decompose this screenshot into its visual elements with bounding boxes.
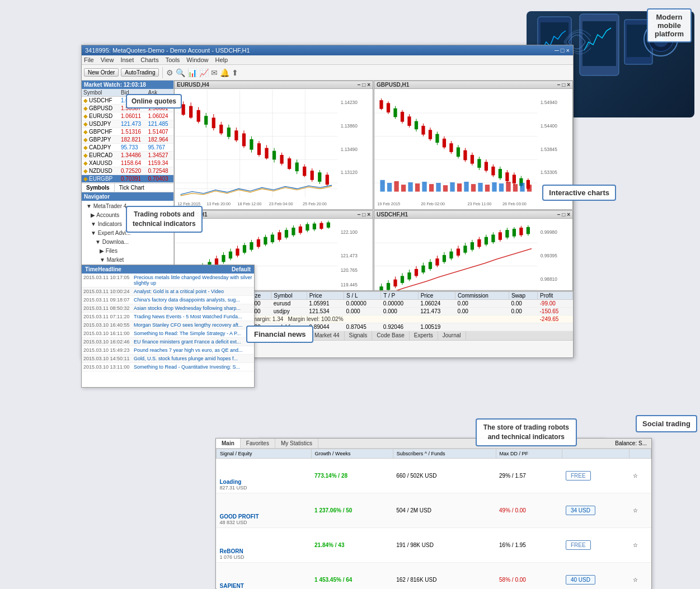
signal-subscribe-button[interactable]: FREE — [566, 471, 591, 480]
signal-star[interactable]: ☆ — [629, 459, 651, 493]
order-symbol-2: usdjpy — [271, 308, 307, 315]
signal-action[interactable]: FREE — [562, 528, 629, 563]
mw-bid: 0.72520 — [119, 167, 147, 175]
nav-files[interactable]: ▶ Files — [83, 247, 172, 256]
svg-rect-134 — [478, 183, 482, 192]
news-row[interactable]: 2015.03.11 09:18:07 China's factory data… — [82, 296, 254, 304]
signal-action[interactable]: 34 USD — [562, 493, 629, 528]
news-row[interactable]: 2015.03.10 13:11:00 Something to Read - … — [82, 363, 254, 371]
svg-text:119.445: 119.445 — [341, 282, 358, 288]
svg-rect-124 — [408, 182, 412, 192]
market-watch-row[interactable]: ◆EURUSD 1.06011 1.06024 — [82, 112, 173, 120]
svg-rect-25 — [189, 106, 192, 118]
market-watch-row[interactable]: ◆EURGBP 0.70391 0.70403 — [82, 175, 173, 183]
social-signal-row[interactable]: SAPIENT 15 790 USD 1 453.45% / 64 162 / … — [217, 563, 651, 590]
news-title: Something to Read - Quantitative Investi… — [132, 363, 254, 371]
social-tab-favorites[interactable]: Favorites — [241, 439, 275, 448]
tab-codebase[interactable]: Code Base — [372, 331, 409, 340]
mw-ask: 0.70403 — [146, 175, 173, 183]
col-growth: Growth / Weeks — [311, 449, 393, 459]
svg-rect-284 — [519, 228, 523, 235]
social-signal-row[interactable]: ReBORN 1 076 USD 21.84% / 43 191 / 98K U… — [217, 528, 651, 563]
tab-experts[interactable]: Experts — [410, 331, 438, 340]
news-date: 2015.03.11 10:17:05 — [82, 274, 132, 288]
chart-title-usdchf: USDCHF,H1 − □ × — [374, 211, 572, 219]
market-watch-row[interactable]: ◆GBPCHF 1.51316 1.51407 — [82, 128, 173, 136]
social-signal-row[interactable]: GOOD PROFIT 48 832 USD 1 237.06% / 50 50… — [217, 493, 651, 528]
menu-help[interactable]: Help — [215, 56, 228, 63]
signal-subscribe-button[interactable]: 34 USD — [566, 506, 595, 515]
diamond-icon: ◆ — [83, 113, 88, 119]
col-swap: Swap — [509, 292, 537, 300]
tick-chart-tab[interactable]: Tick Chart — [115, 183, 149, 192]
social-tab-main[interactable]: Main — [216, 439, 241, 448]
tab-journal[interactable]: Journal — [438, 331, 466, 340]
market-watch-row[interactable]: ◆EURCAD 1.34486 1.34527 — [82, 152, 173, 159]
signal-star[interactable]: ☆ — [629, 563, 651, 590]
market-watch-row[interactable]: ◆GBPJPY 182.821 182.964 — [82, 136, 173, 144]
signal-star[interactable]: ☆ — [629, 528, 651, 563]
svg-rect-31 — [212, 117, 215, 128]
nav-download[interactable]: ▼ Downloa... — [83, 238, 172, 247]
nav-market[interactable]: ▼ Market — [83, 256, 172, 265]
market-watch-row[interactable]: ◆NZDUSD 0.72520 0.72548 — [82, 167, 173, 175]
mw-ask: 121.485 — [146, 120, 173, 128]
menu-bar[interactable]: File View Inset Charts Tools Window Help — [82, 55, 573, 65]
news-row[interactable]: 2015.03.10 16:02:46 EU finance ministers… — [82, 338, 254, 346]
menu-view[interactable]: View — [101, 56, 114, 63]
tab-market[interactable]: Market 44 — [310, 331, 344, 340]
signal-star[interactable]: ☆ — [629, 493, 651, 528]
signal-equity: 48 832 USD — [220, 520, 308, 525]
menu-inset[interactable]: Inset — [120, 56, 134, 63]
social-tab-statistics[interactable]: My Statistics — [275, 439, 318, 448]
order-profit-1: -99.00 — [538, 300, 573, 308]
news-row[interactable]: 2015.03.10 14:50:11 Gold, U.S. stock fut… — [82, 355, 254, 363]
order-sl-3: 0.87045 — [344, 323, 381, 331]
symbols-tab[interactable]: Symbols — [82, 183, 115, 192]
chart-title-eurusd: EURUSD,H4 − □ × — [175, 81, 373, 89]
new-order-button[interactable]: New Order — [84, 68, 119, 77]
toolbar-divider — [162, 67, 163, 78]
svg-rect-181 — [271, 234, 274, 242]
news-row[interactable]: 2015.03.11 07:11:20 Trading News Events … — [82, 313, 254, 321]
signal-action[interactable]: FREE — [562, 459, 629, 493]
order-profit-2: -150.65 — [538, 308, 573, 315]
svg-text:20 Feb 02:00: 20 Feb 02:00 — [421, 201, 445, 206]
market-watch-row[interactable]: ◆CADJPY 95.733 95.767 — [82, 144, 173, 152]
auto-trading-button[interactable]: AutoTrading — [121, 68, 159, 77]
mw-ask: 1159.34 — [146, 159, 173, 167]
mw-symbol: ◆NZDUSD — [82, 167, 119, 175]
menu-tools[interactable]: Tools — [166, 56, 180, 63]
svg-rect-61 — [326, 175, 329, 185]
signal-action[interactable]: 40 USD — [562, 563, 629, 590]
signal-subscribe-button[interactable]: 40 USD — [566, 575, 595, 585]
col-curprice: Price — [418, 292, 455, 300]
news-title: Analyst: Gold is at a critical point - V… — [132, 288, 254, 296]
news-row[interactable]: 2015.03.11 08:50:32 Asian stocks drop We… — [82, 304, 254, 313]
news-date: 2015.03.11 09:18:07 — [82, 296, 132, 304]
market-watch-row[interactable]: ◆XAUUSD 1158.64 1159.34 — [82, 159, 173, 167]
mw-symbol: ◆USDJPY — [82, 120, 119, 128]
news-panel: Time Headline Default 2015.03.11 10:17:0… — [81, 265, 255, 388]
news-row[interactable]: 2015.03.11 10:17:05 Precious metals litt… — [82, 274, 254, 288]
toolbar: New Order AutoTrading ⚙ 🔍 📊 📈 ✉ 🔔 ⬆ — [82, 65, 573, 81]
social-signal-row[interactable]: Loading 827.31 USD 773.14% / 28 660 / 50… — [217, 459, 651, 493]
menu-window[interactable]: Window — [186, 56, 208, 63]
svg-rect-129 — [443, 185, 448, 191]
news-header: Time Headline Default — [82, 265, 254, 274]
signal-subscribe-button[interactable]: FREE — [566, 540, 591, 550]
news-row[interactable]: 2015.03.10 16:40:55 Morgan Stanley CFO s… — [82, 321, 254, 329]
tab-signals[interactable]: Signals — [345, 331, 373, 340]
trading-robots-callout: Trading robots andtechnical indicators — [126, 206, 203, 233]
news-row[interactable]: 2015.03.11 10:00:24 Analyst: Gold is at … — [82, 288, 254, 296]
svg-text:1.54940: 1.54940 — [541, 100, 557, 105]
svg-rect-139 — [513, 184, 518, 192]
svg-rect-39 — [242, 133, 246, 146]
menu-file[interactable]: File — [84, 56, 94, 63]
news-row[interactable]: 2015.03.10 15:49:23 Pound reaches 7 year… — [82, 346, 254, 355]
signal-name: Loading — [220, 479, 308, 485]
news-row[interactable]: 2015.03.10 16:11:00 Something to Read: T… — [82, 329, 254, 338]
menu-charts[interactable]: Charts — [140, 56, 158, 63]
order-curprice-1: 1.06024 — [418, 300, 455, 308]
market-watch-row[interactable]: ◆USDJPY 121.473 121.485 — [82, 120, 173, 128]
